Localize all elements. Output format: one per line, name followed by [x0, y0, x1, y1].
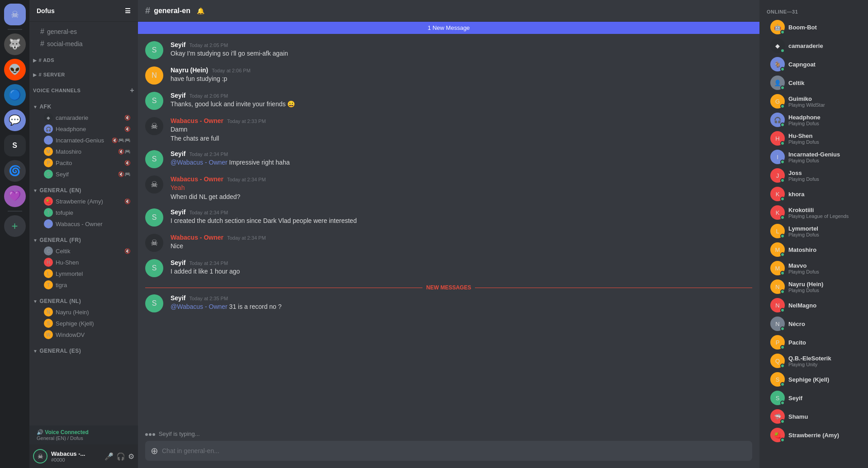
- server-icon-s[interactable]: S: [4, 135, 26, 156]
- member-qb-elesoterik[interactable]: Q Q.B.-EleSoterik Playing Unity: [763, 352, 864, 370]
- voice-user-strawberrie[interactable]: 🍓 Strawberrie (Amy) 🔇: [33, 196, 134, 207]
- message-timestamp: Today at 2:34 PM: [227, 177, 266, 182]
- message-group: S Seyif Today at 2:34 PM @Wabacus - Owne…: [145, 150, 752, 168]
- member-name: Nayru (Hein): [788, 281, 861, 288]
- channel-general-es[interactable]: # general-es: [33, 26, 134, 38]
- member-celtik[interactable]: 👤 Celtik: [763, 74, 864, 92]
- message-header: Wabacus - Owner Today at 2:33 PM: [171, 117, 752, 124]
- voice-user-pacito[interactable]: P Pacito 🔇: [33, 157, 134, 168]
- message-content: Seyif Today at 2:35 PM @Wabacus - Owner …: [171, 294, 752, 312]
- voice-avatar: ☠: [44, 219, 53, 228]
- category-general-fr[interactable]: ▼ General (FR): [29, 230, 138, 245]
- member-camaraderie[interactable]: ◆ camaraderie: [763, 37, 864, 55]
- voice-user-windowdv[interactable]: W WindowDV: [33, 329, 134, 340]
- member-lymmortel[interactable]: L Lymmortel Playing Dofus: [763, 222, 864, 240]
- server-menu-icon[interactable]: ☰: [125, 7, 131, 14]
- voice-user-headphone[interactable]: 🎧 Headphone 🔇: [33, 123, 134, 134]
- member-nelmagno[interactable]: N NelMagno: [763, 296, 864, 314]
- category-voice-channels[interactable]: VOICE CHANNELS +: [29, 79, 138, 96]
- server-icon-spiral[interactable]: 🌀: [4, 160, 26, 182]
- mic-icon[interactable]: 🎤: [104, 452, 114, 461]
- category-general-en[interactable]: ▼ General (EN): [29, 180, 138, 195]
- member-name: Sephige (Kjell): [788, 376, 861, 383]
- member-avatar: S: [770, 372, 785, 387]
- member-strawberrie-amy[interactable]: 🍓 Strawberrie (Amy): [763, 426, 864, 444]
- voice-user-seyif[interactable]: S Seyif 🔇🎮: [33, 169, 134, 180]
- message-group: S Seyif Today at 2:34 PM I created the d…: [145, 208, 752, 227]
- add-voice-channel-button[interactable]: +: [130, 86, 134, 95]
- server-icon-dofus[interactable]: ☠: [4, 4, 26, 25]
- server-divider-2: [8, 211, 22, 212]
- server-icon-wolf[interactable]: 🐺: [4, 33, 26, 55]
- user-panel-info: Wabacus -... #0000: [51, 450, 101, 463]
- afk-label: AFK: [39, 104, 51, 110]
- member-seyif[interactable]: S Seyif: [763, 389, 864, 407]
- chat-input[interactable]: [162, 447, 747, 454]
- add-server-button[interactable]: +: [4, 215, 26, 237]
- member-sephige-kjell[interactable]: S Sephige (Kjell): [763, 370, 864, 388]
- voice-user-celtik[interactable]: C Celtik 🔇: [33, 246, 134, 256]
- member-krokotiili[interactable]: K Krokotiili Playing League of Legends: [763, 203, 864, 222]
- member-hu-shen[interactable]: H Hu-Shen Playing Dofus: [763, 129, 864, 147]
- voice-user-wabacus[interactable]: ☠ Wabacus - Owner: [33, 218, 134, 229]
- typing-dots: [145, 433, 155, 436]
- member-incarnated-genius[interactable]: I Incarnated-Genius Playing Dofus: [763, 148, 864, 166]
- category-arrow-icon: ▶: [33, 72, 37, 77]
- server-icon-purple[interactable]: 💜: [4, 185, 26, 207]
- message-text: I added it like 1 hour ago: [171, 267, 752, 276]
- voice-user-nayru[interactable]: N Nayru (Hein): [33, 307, 134, 317]
- member-info: camaraderie: [788, 43, 861, 49]
- message-author: Wabacus - Owner: [171, 234, 223, 241]
- category-afk[interactable]: ▼ AFK: [29, 96, 138, 112]
- headphone-icon[interactable]: 🎧: [116, 452, 125, 461]
- voice-user-tofupie[interactable]: T tofupie: [33, 207, 134, 218]
- notification-icon[interactable]: 🔔: [197, 7, 204, 14]
- member-guimiko[interactable]: G Guimiko Playing WildStar: [763, 92, 864, 110]
- voice-user-lymmortel[interactable]: L Lymmortel: [33, 268, 134, 279]
- member-avatar: S: [770, 391, 785, 405]
- voice-user-hu-shen[interactable]: H Hu-Shen: [33, 257, 134, 268]
- voice-user-tigra[interactable]: T tigra: [33, 279, 134, 290]
- category-server[interactable]: ▶ # server: [29, 65, 138, 79]
- members-sidebar: ONLINE—31 🤖 Boom-Bot ◆ camaraderie 🐐 Cap…: [759, 0, 868, 468]
- member-headphone[interactable]: 🎧 Headphone Playing Dofus: [763, 111, 864, 129]
- attach-file-icon[interactable]: ⊕: [151, 445, 158, 456]
- settings-icon[interactable]: ⚙: [128, 452, 134, 461]
- member-joss[interactable]: J Joss Playing Dofus: [763, 166, 864, 184]
- server-icon-discord[interactable]: 💬: [4, 109, 26, 131]
- member-boom-bot[interactable]: 🤖 Boom-Bot: [763, 18, 864, 36]
- member-matoshiro[interactable]: M Matoshiro: [763, 241, 864, 259]
- voice-user-name: Pacito: [56, 160, 72, 166]
- category-general-nl[interactable]: ▼ General (NL): [29, 291, 138, 306]
- server-icon-blue[interactable]: 🔵: [4, 84, 26, 106]
- gen-nl-label: General (NL): [39, 298, 81, 304]
- message-content: Wabacus - Owner Today at 2:34 PM Yeah Wh…: [171, 175, 752, 201]
- message-avatar: ☠: [145, 117, 163, 135]
- status-dot: [780, 364, 785, 368]
- category-general-es[interactable]: ▼ General (ES): [29, 340, 138, 356]
- voice-user-matoshiro[interactable]: M Matoshiro 🔇🎮: [33, 146, 134, 157]
- gen-en-arrow: ▼: [33, 188, 38, 193]
- voice-icons: 🔇🎮: [118, 171, 131, 177]
- message-text: The chats are full: [171, 134, 752, 143]
- member-shamu[interactable]: 🦈 Shamu: [763, 407, 864, 425]
- voice-user-name: Headphone: [56, 126, 86, 132]
- voice-avatar: H: [44, 258, 53, 267]
- member-avatar: 🦈: [770, 409, 785, 424]
- server-header[interactable]: Dofus ☰: [29, 0, 138, 22]
- category-ads[interactable]: ▶ # ads: [29, 50, 138, 65]
- channel-social-media[interactable]: # social-media: [33, 38, 134, 50]
- member-khora[interactable]: K khora: [763, 185, 864, 203]
- member-capngoat[interactable]: 🐐 Capngoat: [763, 55, 864, 73]
- member-mavvo[interactable]: M Mavvo Playing Dofus: [763, 259, 864, 277]
- voice-user-camaraderie[interactable]: ◆ camaraderie 🔇: [33, 112, 134, 123]
- server-icon-reddit[interactable]: 👽: [4, 59, 26, 80]
- member-necro[interactable]: N Nécro: [763, 315, 864, 333]
- voice-user-sephige[interactable]: S Sephige (Kjell): [33, 318, 134, 329]
- member-nayru-hein[interactable]: N Nayru (Hein) Playing Dofus: [763, 278, 864, 296]
- voice-user-incarnated[interactable]: I Incarnated-Genius 🔇🎮🎮: [33, 135, 134, 146]
- member-name: Headphone: [788, 114, 861, 121]
- member-pacito[interactable]: P Pacito: [763, 333, 864, 351]
- new-message-bar[interactable]: 1 New Message: [138, 22, 759, 34]
- voice-icons: 🔇: [124, 115, 131, 121]
